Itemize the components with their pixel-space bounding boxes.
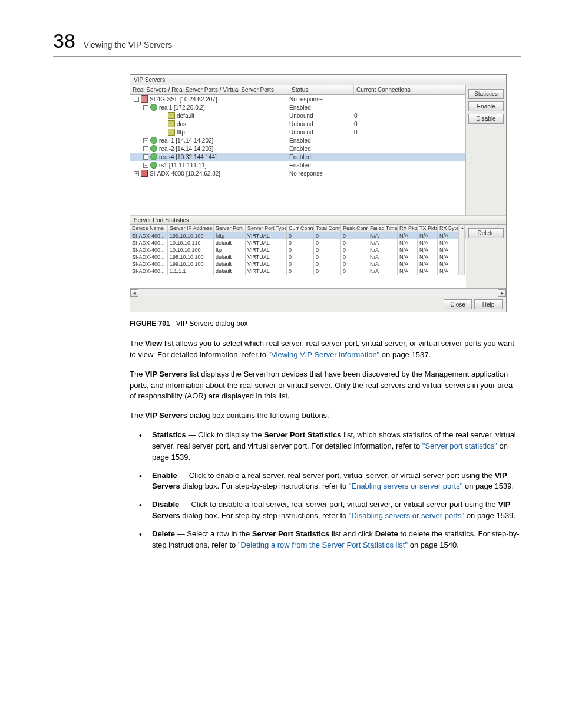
- stats-row[interactable]: SI-ADX-400...10.10.10.110defaultVIRTUAL0…: [130, 239, 466, 246]
- tree-item-label[interactable]: tftp: [134, 129, 289, 136]
- vip-servers-dialog: VIP Servers Real Servers / Real Server P…: [130, 74, 507, 312]
- stats-col-header[interactable]: Server Port: [214, 225, 246, 232]
- scroll-up-arrow[interactable]: ▴: [459, 225, 465, 232]
- stats-row[interactable]: SI-ADX-400...199.10.10.100httpVIRTUAL000…: [130, 232, 466, 239]
- port-icon: [168, 120, 175, 127]
- stats-table: Device NameServer IP AddressServer PortS…: [130, 225, 466, 288]
- tree-row[interactable]: -real1 [172.26.0.2]Enabled: [130, 103, 465, 111]
- tree-item-label[interactable]: +SI-ADX-4000 [10.24.62.82]: [134, 170, 289, 177]
- stats-header-row: Device NameServer IP AddressServer PortS…: [130, 225, 466, 232]
- stats-cell: 199.10.10.100: [168, 232, 214, 239]
- expand-icon[interactable]: +: [143, 138, 148, 143]
- tree-item-label[interactable]: -SI-4G-SSL [10.24.62.207]: [134, 95, 289, 103]
- link-enabling-servers[interactable]: "Enabling servers or server ports": [349, 482, 462, 490]
- col-header-status[interactable]: Status: [289, 85, 354, 94]
- scroll-track-cell[interactable]: [459, 232, 465, 239]
- stats-cell: 1.1.1.1: [168, 268, 214, 275]
- tree-item-label[interactable]: default: [134, 112, 289, 119]
- tree-row[interactable]: tftpUnbound0: [130, 128, 465, 136]
- tree-row[interactable]: +SI-ADX-4000 [10.24.62.82]No response: [130, 169, 465, 177]
- link-deleting-row[interactable]: "Deleting a row from the Server Port Sta…: [238, 541, 408, 549]
- stats-col-header[interactable]: Server IP Address: [168, 225, 214, 232]
- stats-row[interactable]: SI-ADX-400...198.10.10.100defaultVIRTUAL…: [130, 253, 466, 261]
- stats-cell: N/A: [418, 239, 438, 246]
- stats-cell: VIRTUAL: [246, 246, 287, 253]
- statistics-button[interactable]: Statistics: [468, 89, 504, 99]
- stats-cell: SI-ADX-400...: [130, 239, 168, 246]
- stats-cell: N/A: [398, 246, 418, 253]
- enable-button[interactable]: Enable: [468, 101, 504, 111]
- side-button-column-bottom: Delete: [466, 225, 506, 288]
- tree-item-label[interactable]: -real1 [172.26.0.2]: [134, 104, 289, 111]
- tree-row[interactable]: +real-1 [14.14.14.202]Enabled: [130, 136, 465, 144]
- horizontal-scrollbar[interactable]: ◂ ▸: [130, 288, 506, 297]
- port-icon: [168, 129, 175, 136]
- scroll-track-cell[interactable]: [459, 246, 465, 253]
- page-title: Viewing the VIP Servers: [84, 40, 172, 50]
- stats-cell: 0: [341, 232, 368, 239]
- stats-cell: VIRTUAL: [246, 239, 287, 246]
- help-button[interactable]: Help: [474, 299, 503, 309]
- link-disabling-servers[interactable]: "Disabling servers or server ports": [349, 511, 464, 520]
- col-header-conn[interactable]: Current Connections: [354, 85, 465, 94]
- expand-icon[interactable]: +: [143, 154, 148, 160]
- stats-row[interactable]: SI-ADX-400...1.1.1.1defaultVIRTUAL000N/A…: [130, 268, 466, 275]
- stats-cell: N/A: [398, 261, 418, 268]
- scroll-track-cell[interactable]: [459, 268, 465, 275]
- stats-col-header[interactable]: Curr Conn: [287, 225, 314, 232]
- scroll-track-cell[interactable]: [459, 261, 465, 268]
- stats-col-header[interactable]: RX Pkts: [398, 225, 418, 232]
- stats-col-header[interactable]: Total Conn: [314, 225, 341, 232]
- close-button[interactable]: Close: [444, 299, 472, 309]
- delete-button[interactable]: Delete: [468, 228, 504, 238]
- stats-cell: N/A: [398, 268, 418, 275]
- tree-item-text: real1 [172.26.0.2]: [159, 104, 205, 111]
- tree-item-label[interactable]: +rs1 [11.11.111.11]: [134, 162, 289, 169]
- stats-col-header[interactable]: Peak Conn: [341, 225, 368, 232]
- tree-item-label[interactable]: +real-2 [14.14.14.203]: [134, 145, 289, 152]
- tree-item-label[interactable]: dns: [134, 120, 289, 127]
- bullet-disable: Disable — Click to disable a real server…: [139, 499, 521, 522]
- tree-item-label[interactable]: +real-1 [14.14.14.202]: [134, 137, 289, 144]
- link-server-port-statistics[interactable]: "Server port statistics": [422, 442, 497, 450]
- paragraph-3: The VIP Servers dialog box contains the …: [130, 410, 521, 421]
- tree-row[interactable]: defaultUnbound0: [130, 111, 465, 120]
- stats-col-header[interactable]: RX Bytes: [438, 225, 459, 232]
- stats-cell: http: [214, 232, 246, 239]
- scroll-left-arrow[interactable]: ◂: [130, 289, 138, 297]
- link-viewing-vip-info[interactable]: "Viewing VIP Server information": [269, 350, 380, 359]
- expand-icon[interactable]: +: [134, 171, 139, 176]
- tree-row[interactable]: +rs1 [11.11.111.11]Enabled: [130, 161, 465, 169]
- col-header-tree[interactable]: Real Servers / Real Server Ports / Virtu…: [130, 85, 289, 94]
- disable-button[interactable]: Disable: [468, 114, 504, 124]
- stats-row[interactable]: SI-ADX-400...199.10.10.100defaultVIRTUAL…: [130, 261, 466, 268]
- scroll-right-arrow[interactable]: ▸: [498, 289, 506, 297]
- tree-row[interactable]: -SI-4G-SSL [10.24.62.207]No response: [130, 95, 465, 103]
- tree-item-label[interactable]: +real-4 [10.32.144.144]: [134, 153, 289, 160]
- stats-cell: N/A: [418, 246, 438, 253]
- tree-row[interactable]: dnsUnbound0: [130, 120, 465, 128]
- stats-cell: N/A: [368, 232, 398, 239]
- stats-col-header[interactable]: TX Pkts: [418, 225, 438, 232]
- scroll-track-cell[interactable]: [459, 253, 465, 261]
- expand-icon[interactable]: +: [143, 163, 148, 168]
- stats-col-header[interactable]: Failed Time: [368, 225, 398, 232]
- port-icon: [168, 112, 175, 119]
- stats-cell: 0: [341, 239, 368, 246]
- stats-cell: 10.10.10.110: [168, 239, 214, 246]
- collapse-icon[interactable]: -: [143, 105, 148, 110]
- collapse-icon[interactable]: -: [134, 97, 139, 102]
- stats-cell: N/A: [368, 261, 398, 268]
- stats-cell: default: [214, 268, 246, 275]
- tree-row[interactable]: +real-4 [10.32.144.144]Enabled: [130, 153, 465, 161]
- page-number: 38: [53, 29, 75, 52]
- tree-item-text: tftp: [177, 129, 185, 136]
- stats-row[interactable]: SI-ADX-400...10.10.10.100ftpVIRTUAL000N/…: [130, 246, 466, 253]
- scroll-track-cell[interactable]: [459, 239, 465, 246]
- stats-col-header[interactable]: Server Port Type: [246, 225, 287, 232]
- stats-col-header[interactable]: Device Name: [130, 225, 168, 232]
- stats-cell: 0: [314, 253, 341, 261]
- figure-text: VIP Servers dialog box: [176, 319, 248, 328]
- tree-row[interactable]: +real-2 [14.14.14.203]Enabled: [130, 144, 465, 153]
- expand-icon[interactable]: +: [143, 146, 148, 151]
